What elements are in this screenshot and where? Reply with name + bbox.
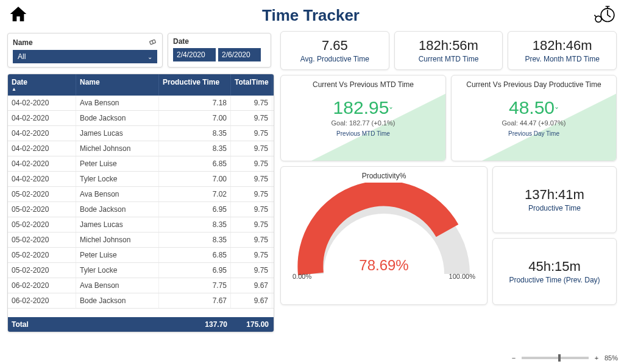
table-row[interactable]: 06-02-2020Ava Benson7.759.67 <box>8 278 274 293</box>
footer-label: Total <box>8 317 76 332</box>
check-icon: ˅ <box>555 106 559 116</box>
kpi-value: 7.65 <box>285 38 385 54</box>
table-row[interactable]: 04-02-2020Ava Benson7.189.75 <box>8 96 274 111</box>
cell-date: 05-02-2020 <box>8 263 76 278</box>
cell-total: 9.75 <box>231 156 272 171</box>
table-row[interactable]: 05-02-2020Bode Jackson6.959.75 <box>8 202 274 217</box>
eraser-icon[interactable] <box>149 37 157 47</box>
cell-total: 9.75 <box>231 126 272 141</box>
col-header-date[interactable]: Date▲ <box>8 74 76 96</box>
cell-name: Ava Benson <box>76 187 159 201</box>
cell-total: 9.75 <box>231 111 272 125</box>
kpi-label: Productive Time <box>497 204 612 212</box>
time-table: Date▲ Name Productive Time TotalTime 04-… <box>7 74 274 332</box>
col-header-name[interactable]: Name <box>76 74 159 96</box>
gauge-min: 0.00% <box>292 273 311 280</box>
cell-date: 06-02-2020 <box>8 278 76 293</box>
table-row[interactable]: 06-02-2020Bode Jackson7.679.67 <box>8 293 274 309</box>
zoom-slider[interactable] <box>522 357 589 359</box>
table-row[interactable]: 05-02-2020Michel Johnson8.359.75 <box>8 233 274 248</box>
cell-name: Bode Jackson <box>76 202 159 217</box>
table-footer: Total 137.70 175.00 <box>8 317 274 332</box>
cell-prod: 8.35 <box>159 141 231 156</box>
name-select-value: All <box>18 52 26 61</box>
cell-date: 05-02-2020 <box>8 233 76 247</box>
cell-total: 9.75 <box>231 217 272 232</box>
kpi-value: 182h:56m <box>399 38 499 54</box>
cell-name: Michel Johnson <box>76 141 159 156</box>
kpi-current-mtd: 182h:56m Current MTD Time <box>394 31 503 70</box>
table-row[interactable]: 05-02-2020Tyler Locke6.959.75 <box>8 263 274 278</box>
table-row[interactable]: 04-02-2020James Lucas8.359.75 <box>8 126 274 141</box>
cell-name: Bode Jackson <box>76 111 159 125</box>
cell-total: 9.75 <box>231 172 272 186</box>
slider-handle[interactable] <box>558 354 561 362</box>
table-row[interactable]: 05-02-2020Ava Benson7.029.75 <box>8 187 274 202</box>
kpi-value: 45h:15m <box>497 259 612 275</box>
table-row[interactable]: 04-02-2020Peter Luise6.859.75 <box>8 156 274 172</box>
kpi-productive-prev-day: 45h:15m Productive Time (Prev. Day) <box>492 238 617 305</box>
cell-total: 9.75 <box>231 263 272 278</box>
table-row[interactable]: 05-02-2020Peter Luise6.859.75 <box>8 248 274 263</box>
cell-date: 05-02-2020 <box>8 217 76 232</box>
table-row[interactable]: 04-02-2020Tyler Locke7.009.75 <box>8 172 274 187</box>
cell-name: Peter Luise <box>76 156 159 171</box>
date-to-input[interactable]: 2/6/2020 <box>218 48 261 61</box>
check-icon: ˅ <box>389 106 393 116</box>
cell-total: 9.67 <box>231 278 272 293</box>
kpi-value: 137h:41m <box>497 187 612 203</box>
sort-asc-icon: ▲ <box>12 86 72 92</box>
cell-date: 06-02-2020 <box>8 293 76 308</box>
cell-prod: 6.95 <box>159 202 231 217</box>
col-header-total[interactable]: TotalTime <box>231 74 272 96</box>
gauge-value: 78.69% <box>292 257 475 274</box>
zoom-value: 85% <box>604 354 618 362</box>
cell-total: 9.75 <box>231 202 272 217</box>
cell-prod: 6.85 <box>159 156 231 171</box>
filter-date: Date 2/4/2020 2/6/2020 <box>168 33 271 68</box>
date-from-input[interactable]: 2/4/2020 <box>173 48 216 61</box>
cell-name: Tyler Locke <box>76 263 159 278</box>
table-row[interactable]: 04-02-2020Bode Jackson7.009.75 <box>8 111 274 126</box>
cell-total: 9.75 <box>231 233 272 247</box>
cell-name: Bode Jackson <box>76 293 159 308</box>
cell-date: 04-02-2020 <box>8 126 76 141</box>
compare-goal: Goal: 44.47 (+9.07%) <box>455 119 612 127</box>
zoom-bar: − + 85% <box>509 354 618 362</box>
cell-prod: 7.02 <box>159 187 231 201</box>
home-icon[interactable] <box>7 4 29 26</box>
cell-name: Peter Luise <box>76 248 159 262</box>
kpi-value: 182h:46m <box>512 38 612 54</box>
kpi-label: Productive Time (Prev. Day) <box>497 276 612 284</box>
cell-prod: 8.35 <box>159 217 231 232</box>
table-body: 04-02-2020Ava Benson7.189.7504-02-2020Bo… <box>8 96 274 317</box>
footer-total: 175.00 <box>231 317 272 332</box>
cell-prod: 7.75 <box>159 278 231 293</box>
cell-name: Ava Benson <box>76 96 159 110</box>
compare-mtd: Current Vs Previous MTD Time 182.95˅ Goa… <box>280 75 446 161</box>
stopwatch-icon[interactable] <box>592 3 617 27</box>
kpi-label: Avg. Productive Time <box>285 55 385 63</box>
cell-date: 04-02-2020 <box>8 111 76 125</box>
kpi-label: Current MTD Time <box>399 55 499 63</box>
cell-name: James Lucas <box>76 217 159 232</box>
compare-link[interactable]: Previous Day Time <box>455 130 612 137</box>
zoom-in-button[interactable]: + <box>592 354 601 362</box>
cell-prod: 8.35 <box>159 126 231 141</box>
cell-name: Tyler Locke <box>76 172 159 186</box>
name-select[interactable]: All ⌄ <box>13 50 157 63</box>
zoom-out-button[interactable]: − <box>509 354 518 362</box>
cell-date: 04-02-2020 <box>8 172 76 186</box>
compare-goal: Goal: 182.77 (+0.1%) <box>285 119 442 127</box>
compare-link[interactable]: Previous MTD Time <box>285 130 442 137</box>
cell-date: 04-02-2020 <box>8 156 76 171</box>
gauge-max: 100.00% <box>449 273 475 280</box>
cell-date: 04-02-2020 <box>8 141 76 156</box>
cell-prod: 7.00 <box>159 172 231 186</box>
compare-title: Current Vs Previous Day Productive Time <box>455 80 612 89</box>
compare-title: Current Vs Previous MTD Time <box>285 80 442 89</box>
col-header-prod[interactable]: Productive Time <box>159 74 231 96</box>
table-row[interactable]: 04-02-2020Michel Johnson8.359.75 <box>8 141 274 156</box>
table-row[interactable]: 05-02-2020James Lucas8.359.75 <box>8 217 274 233</box>
cell-prod: 7.18 <box>159 96 231 110</box>
